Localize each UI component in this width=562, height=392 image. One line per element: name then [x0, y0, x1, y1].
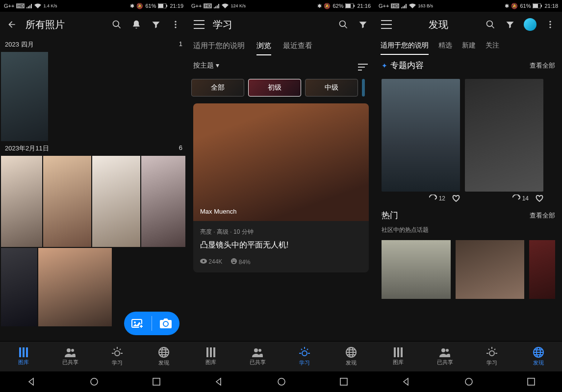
signal-icon — [401, 3, 407, 8]
nav-discover[interactable]: 发现 — [515, 342, 562, 371]
nav-gallery[interactable]: 图库 — [187, 342, 234, 371]
course-card[interactable]: Max Muench 亮度 · 高级 · 10 分钟 凸显镜头中的平面无人机! … — [193, 103, 369, 272]
hot-card[interactable] — [529, 240, 555, 299]
heart-icon[interactable] — [536, 195, 543, 202]
chip-intermediate[interactable]: 中级 — [305, 79, 358, 97]
battery-level: 61% — [145, 3, 156, 9]
camera-icon[interactable] — [156, 318, 176, 328]
tab-recent[interactable]: 最近查看 — [283, 41, 312, 55]
nav-shared[interactable]: 已共享 — [422, 342, 469, 371]
nav-gallery[interactable]: 图库 — [375, 342, 422, 371]
sys-recent-icon[interactable] — [527, 378, 535, 386]
course-tags: 亮度 · 高级 · 10 分钟 — [200, 228, 362, 236]
mute-icon: 🔕 — [136, 3, 143, 9]
photo-thumbnail[interactable] — [43, 156, 91, 247]
filter-dropdown[interactable]: 按主题 ▾ — [193, 61, 219, 73]
tab-new[interactable]: 新建 — [462, 41, 476, 55]
search-icon[interactable] — [485, 19, 496, 30]
photo-thumbnail[interactable] — [1, 156, 42, 247]
remix-stat[interactable]: 12 — [429, 195, 445, 202]
battery-icon — [345, 3, 355, 8]
back-icon[interactable] — [6, 19, 18, 30]
group-count: 1 — [179, 40, 182, 49]
status-hd-icon: HD — [16, 3, 25, 8]
tab-for-you[interactable]: 适用于您的说明 — [193, 41, 245, 55]
chip-beginner[interactable]: 初级 — [248, 79, 301, 97]
svg-rect-1 — [158, 4, 163, 8]
nav-gallery[interactable]: 图库 — [0, 342, 47, 371]
hot-card[interactable] — [456, 240, 525, 299]
sys-back-icon[interactable] — [402, 377, 410, 386]
nav-label: 已共享 — [62, 359, 78, 366]
avatar[interactable] — [524, 18, 536, 31]
svg-point-20 — [340, 21, 346, 27]
featured-card[interactable]: 14 — [465, 79, 543, 202]
hot-card[interactable] — [382, 240, 451, 299]
sort-icon[interactable] — [357, 61, 369, 73]
sys-recent-icon[interactable] — [153, 378, 160, 386]
nav-discover[interactable]: 发现 — [328, 342, 375, 371]
nav-label: 发现 — [346, 359, 357, 367]
menu-icon[interactable] — [381, 19, 392, 30]
photo-thumbnail[interactable] — [92, 156, 140, 247]
mute-icon: 🔕 — [511, 3, 518, 9]
svg-point-5 — [175, 24, 176, 25]
heart-icon[interactable] — [452, 195, 460, 202]
photo-thumbnail[interactable] — [38, 248, 112, 326]
group-count: 6 — [179, 144, 182, 153]
sys-home-icon[interactable] — [277, 377, 286, 386]
svg-point-28 — [302, 351, 307, 356]
fab-add[interactable] — [124, 312, 179, 335]
author-label: Max Muench — [200, 208, 236, 215]
photo-thumbnail[interactable] — [1, 52, 48, 141]
net-speed: 163 B/s — [418, 3, 433, 8]
wifi-icon — [409, 3, 416, 8]
filter-icon[interactable] — [504, 19, 516, 30]
tab-browse[interactable]: 浏览 — [256, 41, 271, 55]
svg-point-12 — [115, 351, 120, 356]
chip-all[interactable]: 全部 — [191, 79, 244, 97]
menu-icon[interactable] — [193, 19, 205, 30]
nav-discover[interactable]: 发现 — [141, 342, 188, 371]
tab-follow[interactable]: 关注 — [485, 41, 499, 55]
more-icon[interactable] — [544, 19, 556, 30]
svg-point-37 — [549, 21, 551, 23]
verified-icon: ✦ — [382, 62, 387, 70]
view-all-link[interactable]: 查看全部 — [530, 211, 555, 220]
svg-point-27 — [258, 349, 261, 352]
sys-back-icon[interactable] — [214, 377, 223, 386]
status-carrier: G++ — [379, 3, 389, 9]
nav-learn[interactable]: 学习 — [468, 342, 515, 371]
svg-point-8 — [134, 321, 136, 323]
chip-more[interactable] — [362, 79, 365, 97]
svg-point-45 — [465, 378, 472, 385]
filter-icon[interactable] — [150, 19, 162, 30]
sys-home-icon[interactable] — [464, 377, 473, 386]
search-icon[interactable] — [337, 19, 349, 30]
status-bar: G++ HD 124 K/s ✱ 🔕 62% 21:16 — [187, 0, 375, 12]
sys-back-icon[interactable] — [27, 377, 36, 386]
add-photo-icon[interactable] — [128, 318, 148, 329]
sys-home-icon[interactable] — [90, 377, 99, 386]
photo-thumbnail[interactable] — [141, 156, 185, 247]
bell-icon[interactable] — [130, 19, 142, 30]
svg-point-15 — [91, 378, 98, 385]
nav-shared[interactable]: 已共享 — [234, 342, 281, 371]
svg-point-25 — [234, 260, 235, 261]
status-carrier: G++ — [4, 3, 14, 9]
group-header: 2023年2月11日 6 — [0, 141, 187, 156]
section-featured-title: ✦ 专题内容 — [382, 60, 424, 71]
nav-learn[interactable]: 学习 — [94, 342, 141, 371]
search-icon[interactable] — [111, 19, 123, 30]
tab-featured[interactable]: 精选 — [438, 41, 452, 55]
featured-card[interactable]: 12 — [382, 79, 460, 202]
more-icon[interactable] — [170, 19, 181, 30]
nav-shared[interactable]: 已共享 — [47, 342, 94, 371]
tab-for-you[interactable]: 适用于您的说明 — [381, 41, 429, 55]
filter-icon[interactable] — [357, 19, 369, 30]
nav-learn[interactable]: 学习 — [281, 342, 328, 371]
view-all-link[interactable]: 查看全部 — [530, 61, 555, 70]
sys-recent-icon[interactable] — [340, 378, 348, 386]
photo-thumbnail[interactable] — [1, 248, 37, 326]
remix-stat[interactable]: 14 — [512, 195, 529, 202]
